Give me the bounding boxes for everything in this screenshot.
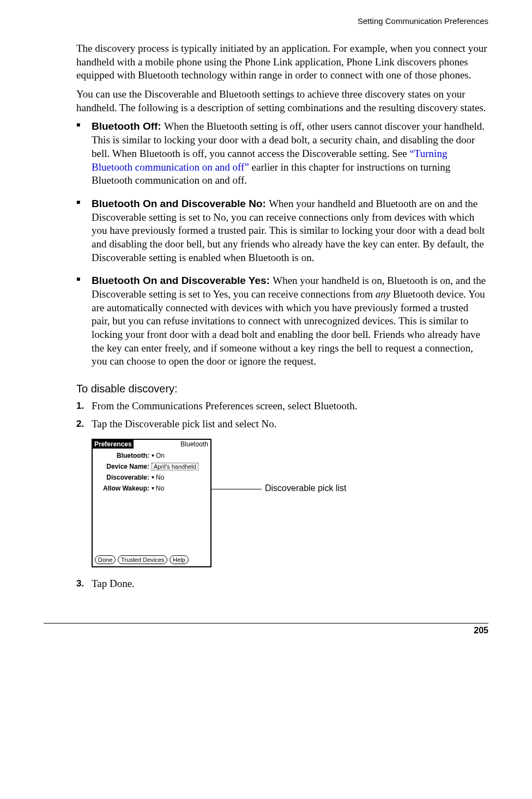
page-number: 205 [44, 626, 488, 635]
palm-subtitle: Bluetooth [180, 440, 210, 448]
palm-device-name-label: Device Name: [95, 463, 149, 470]
palm-allow-wakeup-picker[interactable]: No [152, 485, 164, 492]
bullet-label: Bluetooth On and Discoverable No: [92, 198, 269, 209]
step-2: 2.Tap the Discoverable pick list and sel… [76, 417, 488, 431]
paragraph-1: The discovery process is typically initi… [76, 42, 488, 82]
step-3: 3.Tap Done. [76, 577, 488, 591]
bullet-label: Bluetooth On and Discoverable Yes: [92, 275, 273, 286]
palm-allow-wakeup-label: Allow Wakeup: [95, 485, 149, 492]
bullet-text-after: Bluetooth device. You are automatically … [92, 288, 485, 367]
palm-bluetooth-label: Bluetooth: [95, 452, 149, 459]
palm-title: Preferences [93, 440, 134, 449]
bullet-bluetooth-on-disc-yes: Bluetooth On and Discoverable Yes: When … [76, 274, 488, 368]
palm-device-name-field[interactable]: April's handheld [152, 463, 198, 470]
paragraph-2: You can use the Discoverable and Bluetoo… [76, 88, 488, 114]
bullet-italic: any [376, 288, 390, 300]
palm-screenshot: Preferences Bluetooth Bluetooth: On Devi… [92, 439, 211, 567]
callout-label: Discoverable pick list [265, 483, 346, 493]
step-1: 1.From the Communications Preferences sc… [76, 400, 488, 413]
procedure-heading: To disable discovery: [76, 383, 488, 395]
palm-help-button[interactable]: Help [170, 555, 189, 564]
palm-discoverable-label: Discoverable: [95, 474, 149, 481]
running-header: Setting Communication Preferences [44, 16, 488, 26]
palm-trusted-devices-button[interactable]: Trusted Devices [118, 555, 167, 564]
palm-discoverable-picker[interactable]: No [152, 474, 164, 481]
footer-rule [44, 623, 488, 624]
palm-done-button[interactable]: Done [95, 555, 116, 564]
bullet-label: Bluetooth Off: [92, 120, 164, 132]
palm-bluetooth-picker[interactable]: On [152, 452, 165, 459]
bullet-bluetooth-off: Bluetooth Off: When the Bluetooth settin… [76, 120, 488, 187]
bullet-bluetooth-on-disc-no: Bluetooth On and Discoverable No: When y… [76, 197, 488, 264]
figure: Preferences Bluetooth Bluetooth: On Devi… [92, 439, 488, 567]
